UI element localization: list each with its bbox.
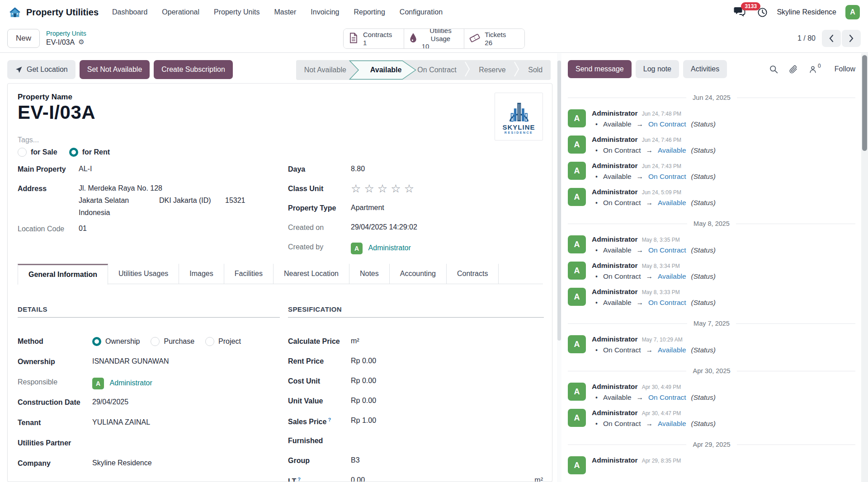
method-radio-project[interactable]: Project <box>205 337 241 346</box>
page-scrollbar[interactable] <box>861 53 868 482</box>
breadcrumb-parent-link[interactable]: Property Units <box>46 30 86 38</box>
tenant-value[interactable]: YULIANA ZAINAL <box>92 418 150 426</box>
nav-item-configuration[interactable]: Configuration <box>400 8 443 16</box>
get-location-button[interactable]: Get Location <box>7 60 75 79</box>
field-value[interactable]: Rp 0.00 <box>351 357 376 365</box>
address-zip[interactable]: 15321 <box>225 197 245 205</box>
tab-contracts[interactable]: Contracts <box>447 264 499 284</box>
method-radio-purchase[interactable]: Purchase <box>151 337 194 346</box>
logo-text-2: RESIDENCE <box>505 131 533 134</box>
activities-button[interactable]: Activities <box>683 60 727 78</box>
address-street[interactable]: Jl. Merdeka Raya No. 128 <box>79 184 245 192</box>
message-author: Administrator <box>592 235 638 243</box>
address-state[interactable]: DKI Jakarta (ID) <box>159 197 225 205</box>
messages-button[interactable]: 3133 <box>734 6 748 19</box>
set-not-available-button[interactable]: Set Not Available <box>80 60 150 79</box>
field-value[interactable]: Rp 1.00 <box>351 416 376 425</box>
gear-icon[interactable]: ⚙ <box>78 38 84 47</box>
create-subscription-button[interactable]: Create Subscription <box>154 60 233 79</box>
status-step-sold[interactable]: Sold <box>520 60 551 80</box>
for-sale-radio[interactable]: for Sale <box>18 148 57 157</box>
address-country[interactable]: Indonesia <box>79 209 245 217</box>
field-value[interactable]: Rp 0.00 <box>351 377 376 385</box>
radio-icon <box>151 337 160 346</box>
current-company[interactable]: Skyline Residence <box>777 8 836 16</box>
log-note-button[interactable]: Log note <box>636 60 679 78</box>
ownership-value[interactable]: ISNANDAR GUNAWAN <box>92 357 169 365</box>
attach-files-button[interactable] <box>789 65 798 74</box>
arrow-right-icon: → <box>637 120 644 128</box>
for-rent-radio[interactable]: for Rent <box>69 148 110 157</box>
address-city[interactable]: Jakarta Selatan <box>79 197 159 205</box>
star-icon[interactable]: ☆ <box>391 183 401 193</box>
chatter-message[interactable]: AAdministratorApr 29, 8:35 PM <box>568 456 855 474</box>
main-property-value[interactable]: AL-I <box>79 165 92 173</box>
chatter-message[interactable]: AAdministratorJun 24, 7:43 PM•Available→… <box>568 162 855 181</box>
stat-button-tickets[interactable]: Tickets26 <box>464 29 524 48</box>
stat-button-contracts[interactable]: Contracts1 <box>344 29 404 48</box>
property-name-value[interactable]: EV-I/03A <box>18 102 95 123</box>
status-step-reserve[interactable]: Reserve <box>471 60 514 80</box>
chatter-message[interactable]: AAdministratorMay 8, 3:33 PM•Available→O… <box>568 288 855 307</box>
field-value[interactable]: m² <box>351 337 359 345</box>
form-scrollbar[interactable] <box>557 53 561 482</box>
search-messages-button[interactable] <box>769 65 778 74</box>
construction-date-value[interactable]: 29/04/2025 <box>92 398 128 406</box>
chatter-message[interactable]: AAdministratorMay 8, 3:35 PM•Available→O… <box>568 235 855 254</box>
chatter-message[interactable]: AAdministratorApr 30, 4:49 PM•Available→… <box>568 383 855 402</box>
chatter-message[interactable]: AAdministratorMay 7, 10:29 AM•On Contrac… <box>568 335 855 354</box>
stat-button-utilities-usage[interactable]: Utilities Usage10 <box>404 29 465 48</box>
status-step-not-available[interactable]: Not Available <box>296 60 354 80</box>
chatter-message[interactable]: AAdministratorMay 8, 3:34 PM•On Contract… <box>568 262 855 281</box>
chatter-message[interactable]: AAdministratorJun 24, 5:09 PM•On Contrac… <box>568 188 855 207</box>
user-avatar[interactable]: A <box>845 5 860 19</box>
location-code-value[interactable]: 01 <box>79 225 87 233</box>
tab-accounting[interactable]: Accounting <box>390 264 447 284</box>
status-step-on-contract[interactable]: On Contract <box>410 60 465 80</box>
responsible-value[interactable]: Administrator <box>110 379 152 387</box>
tab-utilities-usages[interactable]: Utilities Usages <box>108 264 179 284</box>
nav-item-master[interactable]: Master <box>274 8 296 16</box>
company-value[interactable]: Skyline Residence <box>92 459 152 467</box>
help-marker[interactable]: ? <box>297 477 301 482</box>
status-step-active[interactable]: Available <box>349 60 417 80</box>
tab-notes[interactable]: Notes <box>349 264 390 284</box>
scrollbar-thumb[interactable] <box>862 55 867 151</box>
pager-next-button[interactable] <box>842 30 861 47</box>
nav-item-property-units[interactable]: Property Units <box>214 8 259 16</box>
nav-item-dashboard[interactable]: Dashboard <box>112 8 147 16</box>
tags-input[interactable]: Tags... <box>18 136 39 144</box>
tab-general-information[interactable]: General Information <box>18 264 108 285</box>
field-value[interactable]: Rp 0.00 <box>351 397 376 405</box>
pager-previous-button[interactable] <box>822 30 841 47</box>
tab-images[interactable]: Images <box>179 264 224 284</box>
star-icon[interactable]: ☆ <box>364 183 374 193</box>
method-radio-ownership[interactable]: Ownership <box>92 337 140 346</box>
help-marker[interactable]: ? <box>328 417 331 422</box>
tab-facilities[interactable]: Facilities <box>224 264 274 284</box>
chatter-message[interactable]: AAdministratorApr 30, 4:47 PM•On Contrac… <box>568 409 855 428</box>
app-brand[interactable]: Property Utilities <box>8 5 99 19</box>
send-message-button[interactable]: Send message <box>568 60 632 78</box>
nav-item-invoicing[interactable]: Invoicing <box>311 8 339 16</box>
property-logo[interactable]: SKYLINE RESIDENCE <box>495 93 543 140</box>
star-icon[interactable]: ☆ <box>351 183 361 193</box>
nav-item-operational[interactable]: Operational <box>162 8 199 16</box>
nav-item-reporting[interactable]: Reporting <box>354 8 385 16</box>
followers-button[interactable]: 0 <box>808 65 821 74</box>
follow-button[interactable]: Follow <box>835 65 855 73</box>
new-button[interactable]: New <box>7 29 40 48</box>
property-type-value[interactable]: Apartment <box>351 204 384 212</box>
daya-value[interactable]: 8.80 <box>351 165 365 173</box>
chatter-message[interactable]: AAdministratorJun 24, 7:46 PM•On Contrac… <box>568 136 855 154</box>
created-by-value[interactable]: Administrator <box>368 244 411 252</box>
class-unit-stars[interactable]: ☆☆☆☆☆ <box>351 183 414 193</box>
notebook-tabs: General InformationUtilities UsagesImage… <box>18 264 543 284</box>
scrollbar-thumb[interactable] <box>557 61 561 341</box>
star-icon[interactable]: ☆ <box>404 183 414 193</box>
tab-nearest-location[interactable]: Nearest Location <box>274 264 349 284</box>
chatter-message[interactable]: AAdministratorJun 24, 7:48 PM•Available→… <box>568 109 855 128</box>
star-icon[interactable]: ☆ <box>377 183 387 193</box>
field-value[interactable]: 0.00 <box>351 476 365 482</box>
field-value[interactable]: B3 <box>351 456 360 464</box>
